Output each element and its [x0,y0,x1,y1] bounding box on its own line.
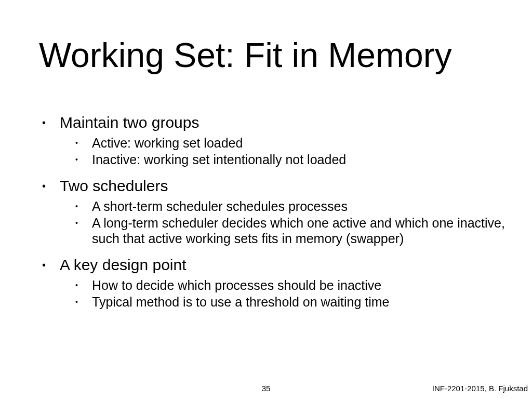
bullet-level1: • Maintain two groups [39,113,507,132]
bullet-text: Active: working set loaded [92,135,243,151]
bullet-level2: • How to decide which processes should b… [73,277,507,293]
bullet-icon: • [73,135,92,151]
sub-bullet-group: • Active: working set loaded • Inactive:… [73,135,507,167]
bullet-level1: • A key design point [39,256,507,274]
slide-content: • Maintain two groups • Active: working … [39,113,507,319]
bullet-level2: • A short-term scheduler schedules proce… [73,198,507,214]
bullet-text: A key design point [60,256,187,274]
bullet-text: Maintain two groups [60,113,199,132]
bullet-icon: • [73,277,92,293]
bullet-text: Inactive: working set intentionally not … [92,152,346,167]
sub-bullet-group: • A short-term scheduler schedules proce… [73,198,507,246]
slide-title: Working Set: Fit in Memory [39,35,452,75]
bullet-level2: • Typical method is to use a threshold o… [73,294,507,310]
bullet-text: A short-term scheduler schedules process… [92,198,348,214]
bullet-text: Typical method is to use a threshold on … [92,294,390,310]
bullet-text: How to decide which processes should be … [92,277,381,293]
bullet-icon: • [73,294,92,310]
bullet-icon: • [39,177,60,195]
sub-bullet-group: • How to decide which processes should b… [73,277,507,310]
slide: Working Set: Fit in Memory • Maintain tw… [0,0,532,399]
bullet-level2: • Inactive: working set intentionally no… [73,152,507,167]
bullet-level1: • Two schedulers [39,177,507,195]
bullet-level2: • A long-term scheduler decides which on… [73,215,507,246]
bullet-icon: • [73,215,92,231]
bullet-text: A long-term scheduler decides which one … [92,215,507,246]
footer-attribution: INF-2201-2015, B. Fjukstad [432,384,528,393]
bullet-icon: • [73,152,92,167]
bullet-icon: • [39,256,60,274]
bullet-text: Two schedulers [60,177,168,195]
bullet-level2: • Active: working set loaded [73,135,507,151]
bullet-icon: • [39,113,60,132]
bullet-icon: • [73,198,92,214]
